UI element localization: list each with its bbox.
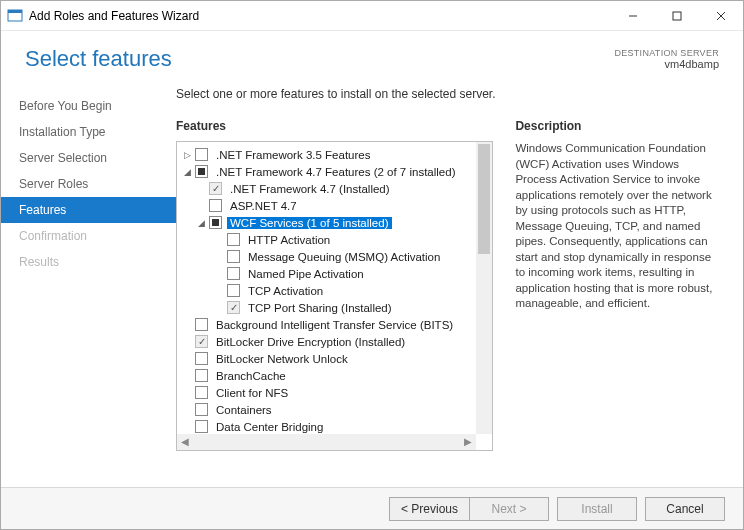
nav-item-features[interactable]: Features — [1, 197, 176, 223]
checkbox[interactable] — [227, 250, 240, 263]
description-column-header: Description — [515, 119, 723, 133]
checkbox[interactable] — [227, 284, 240, 297]
tree-node[interactable]: ASP.NET 4.7 — [179, 197, 474, 214]
nav-item-installation-type[interactable]: Installation Type — [1, 119, 176, 145]
tree-node[interactable]: BitLocker Network Unlock — [179, 350, 474, 367]
tree-node-label: WCF Services (1 of 5 installed) — [227, 217, 392, 229]
checkbox[interactable] — [195, 335, 208, 348]
install-button[interactable]: Install — [557, 497, 637, 521]
destination-server-name: vm4dbamp — [614, 58, 719, 70]
tree-node-label: .NET Framework 3.5 Features — [213, 149, 373, 161]
tree-node-label: ASP.NET 4.7 — [227, 200, 300, 212]
nav-item-server-roles[interactable]: Server Roles — [1, 171, 176, 197]
tree-node-label: BranchCache — [213, 370, 289, 382]
tree-node-label: TCP Port Sharing (Installed) — [245, 302, 395, 314]
next-button[interactable]: Next > — [469, 497, 549, 521]
tree-node[interactable]: TCP Port Sharing (Installed) — [179, 299, 474, 316]
checkbox[interactable] — [195, 352, 208, 365]
tree-node-label: HTTP Activation — [245, 234, 333, 246]
nav-item-results: Results — [1, 249, 176, 275]
checkbox[interactable] — [227, 301, 240, 314]
wizard-footer: < Previous Next > Install Cancel — [1, 487, 743, 529]
scroll-thumb[interactable] — [478, 144, 490, 254]
tree-node[interactable]: Named Pipe Activation — [179, 265, 474, 282]
checkbox[interactable] — [209, 182, 222, 195]
svg-rect-1 — [8, 10, 22, 13]
tree-node[interactable]: ◢.NET Framework 4.7 Features (2 of 7 ins… — [179, 163, 474, 180]
checkbox[interactable] — [195, 318, 208, 331]
tree-node-label: BitLocker Drive Encryption (Installed) — [213, 336, 408, 348]
window-controls — [611, 1, 743, 31]
checkbox[interactable] — [209, 199, 222, 212]
collapse-icon[interactable]: ◢ — [195, 218, 207, 228]
tree-node[interactable]: ▷.NET Framework 3.5 Features — [179, 146, 474, 163]
tree-node[interactable]: Client for NFS — [179, 384, 474, 401]
wizard-header: Select features DESTINATION SERVER vm4db… — [1, 31, 743, 87]
maximize-button[interactable] — [655, 1, 699, 31]
wizard-steps-sidebar: Before You BeginInstallation TypeServer … — [1, 87, 176, 487]
tree-node[interactable]: HTTP Activation — [179, 231, 474, 248]
tree-node[interactable]: Data Center Bridging — [179, 418, 474, 434]
description-text: Windows Communication Foundation (WCF) A… — [515, 141, 723, 312]
tree-node-label: Message Queuing (MSMQ) Activation — [245, 251, 443, 263]
tree-node[interactable]: Containers — [179, 401, 474, 418]
destination-server-box: DESTINATION SERVER vm4dbamp — [614, 48, 719, 70]
vertical-scrollbar[interactable] — [476, 142, 492, 434]
features-tree[interactable]: ▷.NET Framework 3.5 Features◢.NET Framew… — [176, 141, 493, 451]
tree-node[interactable]: BranchCache — [179, 367, 474, 384]
app-icon — [7, 8, 23, 24]
checkbox[interactable] — [195, 165, 208, 178]
nav-item-confirmation: Confirmation — [1, 223, 176, 249]
checkbox[interactable] — [227, 267, 240, 280]
tree-node-label: .NET Framework 4.7 (Installed) — [227, 183, 393, 195]
tree-node-label: Data Center Bridging — [213, 421, 326, 433]
tree-node[interactable]: TCP Activation — [179, 282, 474, 299]
nav-item-server-selection[interactable]: Server Selection — [1, 145, 176, 171]
checkbox[interactable] — [195, 403, 208, 416]
tree-node[interactable]: BitLocker Drive Encryption (Installed) — [179, 333, 474, 350]
checkbox[interactable] — [195, 420, 208, 433]
tree-node[interactable]: .NET Framework 4.7 (Installed) — [179, 180, 474, 197]
horizontal-scrollbar[interactable]: ◀ ▶ — [177, 434, 476, 450]
svg-rect-3 — [673, 12, 681, 20]
page-title: Select features — [25, 46, 614, 72]
collapse-icon[interactable]: ◢ — [181, 167, 193, 177]
cancel-button[interactable]: Cancel — [645, 497, 725, 521]
expand-icon[interactable]: ▷ — [181, 150, 193, 160]
tree-node-label: .NET Framework 4.7 Features (2 of 7 inst… — [213, 166, 458, 178]
window-title: Add Roles and Features Wizard — [29, 9, 611, 23]
checkbox[interactable] — [195, 386, 208, 399]
checkbox[interactable] — [195, 369, 208, 382]
tree-node-label: Client for NFS — [213, 387, 291, 399]
close-button[interactable] — [699, 1, 743, 31]
tree-node-label: Containers — [213, 404, 275, 416]
minimize-button[interactable] — [611, 1, 655, 31]
checkbox[interactable] — [195, 148, 208, 161]
scroll-right-icon[interactable]: ▶ — [462, 436, 474, 448]
tree-node[interactable]: Message Queuing (MSMQ) Activation — [179, 248, 474, 265]
tree-node-label: TCP Activation — [245, 285, 326, 297]
tree-node[interactable]: Background Intelligent Transfer Service … — [179, 316, 474, 333]
scroll-left-icon[interactable]: ◀ — [179, 436, 191, 448]
destination-label: DESTINATION SERVER — [614, 48, 719, 58]
instruction-text: Select one or more features to install o… — [176, 87, 723, 101]
nav-item-before-you-begin[interactable]: Before You Begin — [1, 93, 176, 119]
tree-node-label: Named Pipe Activation — [245, 268, 367, 280]
checkbox[interactable] — [227, 233, 240, 246]
previous-button[interactable]: < Previous — [389, 497, 469, 521]
tree-node-label: BitLocker Network Unlock — [213, 353, 351, 365]
features-column-header: Features — [176, 119, 493, 133]
tree-node[interactable]: ◢WCF Services (1 of 5 installed) — [179, 214, 474, 231]
checkbox[interactable] — [209, 216, 222, 229]
tree-node-label: Background Intelligent Transfer Service … — [213, 319, 456, 331]
titlebar: Add Roles and Features Wizard — [1, 1, 743, 31]
